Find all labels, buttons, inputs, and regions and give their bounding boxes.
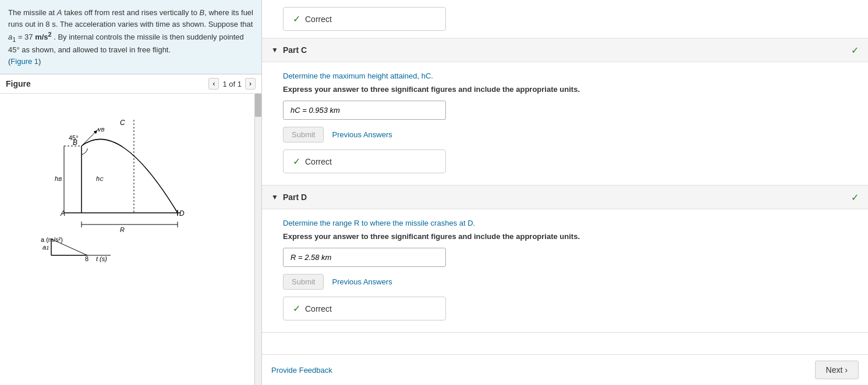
next-arrow-icon: › [845, 365, 848, 375]
part-c-answer-container [283, 101, 854, 120]
figure-scroll-area: A B C D 45° vB [0, 94, 261, 385]
label-vB: vB [98, 126, 105, 133]
part-c-correct-label: Correct [305, 157, 332, 166]
checkmark-icon-d: ✓ [293, 303, 300, 314]
part-d-actions: Submit Previous Answers [283, 274, 854, 290]
part-d-answer-container [283, 248, 854, 267]
label-45: 45° [69, 134, 79, 141]
label-A: A [60, 209, 65, 218]
label-D: D [179, 209, 185, 218]
figure-navigation: ‹ 1 of 1 › [208, 78, 256, 90]
chevron-down-icon-d: ▼ [271, 193, 278, 201]
part-d-header[interactable]: ▼ Part D ✓ [262, 186, 868, 209]
figure-svg: A B C D 45° vB [6, 99, 204, 262]
prev-correct-section: ✓ Correct [262, 0, 868, 38]
part-d-submit-button[interactable]: Submit [283, 274, 324, 290]
part-c-actions: Submit Previous Answers [283, 127, 854, 142]
figure-next-button[interactable]: › [245, 78, 256, 90]
problem-statement: The missile at A takes off from rest and… [8, 8, 253, 54]
problem-text: The missile at A takes off from rest and… [0, 0, 261, 74]
part-c-title: Part C [283, 45, 307, 55]
part-d-correct-badge: ✓ Correct [283, 297, 446, 320]
label-t-axis: t (s) [96, 255, 107, 262]
label-t8: 8 [85, 255, 88, 262]
checkmark-icon-prev: ✓ [293, 13, 300, 24]
next-button[interactable]: Next › [815, 361, 859, 379]
part-d-body: Determine the range R to where the missi… [262, 209, 868, 332]
figure-title: Figure [6, 79, 31, 88]
right-panel: ✓ Correct ▼ Part C ✓ Determine the maxim… [262, 0, 868, 385]
part-c-instruction: Express your answer to three significant… [283, 85, 854, 94]
figure-prev-button[interactable]: ‹ [208, 78, 219, 90]
part-d-question: Determine the range R to where the missi… [283, 219, 854, 227]
chevron-right-icon: › [249, 80, 251, 88]
part-c-header[interactable]: ▼ Part C ✓ [262, 38, 868, 62]
bottom-bar: Provide Feedback Next › [262, 354, 868, 385]
part-d-instruction: Express your answer to three significant… [283, 232, 854, 241]
part-d-correct-label: Correct [305, 304, 332, 313]
part-d-section: ▼ Part D ✓ Determine the range R to wher… [262, 186, 868, 333]
checkmark-icon-c: ✓ [293, 156, 300, 167]
figure-link[interactable]: Figure 1 [10, 57, 38, 66]
part-c-input[interactable] [283, 101, 446, 120]
part-c-submit-button[interactable]: Submit [283, 127, 324, 142]
prev-correct-badge: ✓ Correct [283, 7, 446, 31]
part-d-prev-answers-link[interactable]: Previous Answers [332, 277, 392, 286]
figure-count: 1 of 1 [222, 80, 242, 88]
chevron-left-icon: ‹ [212, 80, 215, 88]
label-a1: a1 [42, 244, 49, 251]
label-hC: hC [96, 175, 104, 182]
next-label: Next [826, 365, 843, 375]
part-c-check: ✓ [851, 45, 859, 56]
part-c-correct-badge: ✓ Correct [283, 149, 446, 173]
prev-correct-label: Correct [305, 15, 332, 24]
label-hB: hB [55, 175, 62, 182]
svg-marker-13 [51, 239, 87, 255]
part-c-prev-answers-link[interactable]: Previous Answers [332, 130, 392, 139]
feedback-link[interactable]: Provide Feedback [271, 366, 332, 375]
chevron-down-icon-c: ▼ [271, 46, 278, 54]
part-d-title: Part D [283, 192, 307, 202]
figure-header: Figure ‹ 1 of 1 › [0, 74, 261, 94]
part-d-input[interactable] [283, 248, 446, 267]
label-C: C [120, 119, 125, 127]
part-c-section: ▼ Part C ✓ Determine the maximum height … [262, 38, 868, 186]
part-c-body: Determine the maximum height attained, h… [262, 62, 868, 185]
part-d-check: ✓ [851, 192, 859, 203]
left-panel: The missile at A takes off from rest and… [0, 0, 262, 385]
main-content: ✓ Correct ▼ Part C ✓ Determine the maxim… [262, 0, 868, 354]
label-R: R [120, 226, 125, 233]
label-accel-axis: a (m/s²) [41, 236, 63, 243]
figure-section: Figure ‹ 1 of 1 › [0, 74, 261, 385]
part-c-question: Determine the maximum height attained, h… [283, 72, 854, 80]
